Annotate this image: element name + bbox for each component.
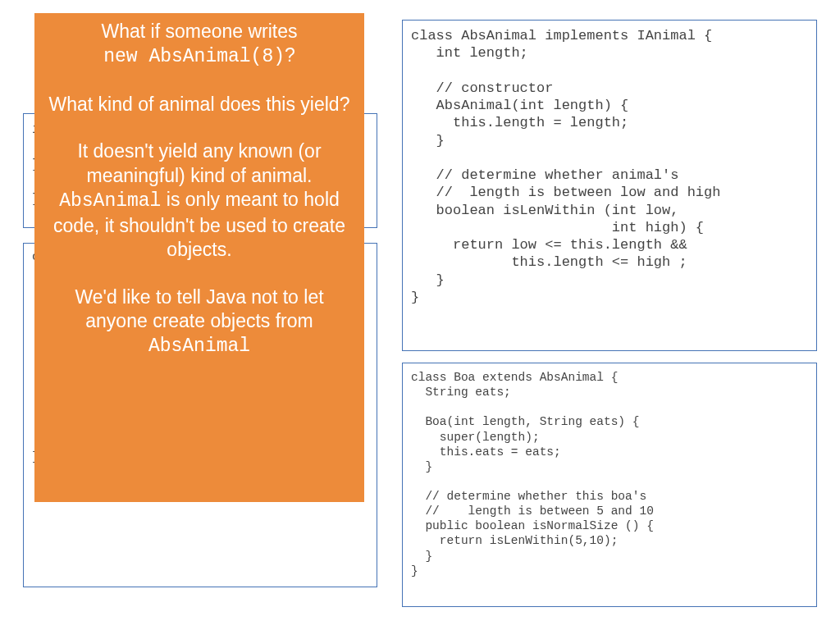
callout-line4a: It doesn't yield any known (or meaningfu… <box>77 140 321 185</box>
callout-qmark: ? <box>285 44 295 66</box>
callout-mono-absanimal-2: AbsAnimal <box>148 336 250 357</box>
callout-line1: What if someone writes <box>101 21 297 42</box>
explanation-callout: What if someone writes new AbsAnimal(8)?… <box>34 13 364 502</box>
callout-code-new-absanimal: new AbsAnimal(8) <box>103 46 285 67</box>
code-box-absanimal: class AbsAnimal implements IAnimal { int… <box>402 20 817 351</box>
callout-line5: We'd like to tell Java not to let anyone… <box>75 286 323 331</box>
code-box-boa: class Boa extends AbsAnimal { String eat… <box>402 363 817 607</box>
callout-mono-absanimal-1: AbsAnimal <box>59 190 161 212</box>
callout-line3: What kind of animal does this yield? <box>49 94 350 115</box>
